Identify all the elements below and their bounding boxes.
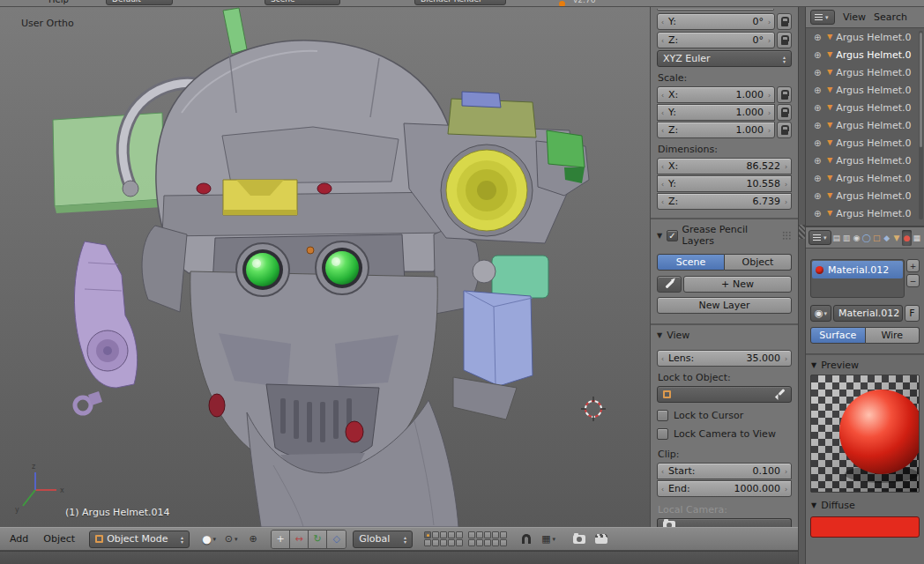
- outliner-item[interactable]: ⊕▲Argus Helmet.0: [806, 134, 924, 152]
- outliner-item[interactable]: ⊕▲Argus Helmet.0: [806, 81, 924, 99]
- viewport-shading-dropdown[interactable]: ● ▾: [199, 531, 219, 548]
- material-slot-list[interactable]: Material.012: [810, 259, 905, 298]
- outliner-search-menu[interactable]: Search: [874, 11, 907, 23]
- layer-button[interactable]: [448, 539, 455, 546]
- outliner-view-menu[interactable]: View: [843, 11, 866, 23]
- rotate-manipulator-button[interactable]: ↻: [309, 531, 327, 548]
- outliner-item[interactable]: ⊕▲Argus Helmet.0: [806, 187, 924, 204]
- tab-world[interactable]: ◯: [862, 230, 871, 246]
- snap-element-dropdown[interactable]: ▦ ▾: [539, 531, 558, 548]
- mode-dropdown[interactable]: Object Mode ▴▾: [89, 531, 190, 548]
- clip-end-field[interactable]: ‹ End: 1000.000 ›: [657, 480, 792, 497]
- scale-manipulator-button[interactable]: ◇: [327, 531, 346, 548]
- lock-to-cursor-checkbox[interactable]: [657, 410, 668, 421]
- rotation-y-lock-button[interactable]: [777, 13, 792, 30]
- material-type-surface[interactable]: Surface: [810, 327, 866, 344]
- outliner-item[interactable]: ⊕▲Argus Helmet.0: [806, 204, 924, 222]
- eyedropper-icon[interactable]: [776, 390, 786, 399]
- layer-button[interactable]: [432, 531, 439, 538]
- layer-button[interactable]: [468, 539, 475, 546]
- decrement-icon[interactable]: ‹: [659, 36, 666, 45]
- decrement-icon[interactable]: ‹: [659, 126, 666, 135]
- collapse-icon[interactable]: ▼: [811, 361, 816, 369]
- decrement-icon[interactable]: ‹: [659, 91, 666, 100]
- scale-y-lock-button[interactable]: [777, 104, 792, 121]
- collapse-icon[interactable]: ▼: [657, 232, 662, 240]
- pivot-align-toggle[interactable]: ⊕: [243, 531, 263, 548]
- tab-modifiers[interactable]: ◆: [882, 230, 890, 246]
- scale-x-field[interactable]: ‹ X: 1.000 ›: [657, 86, 775, 103]
- outliner-item[interactable]: ⊕▲Argus Helmet.0: [806, 28, 924, 46]
- layer-button[interactable]: [456, 531, 463, 538]
- decrement-icon[interactable]: ‹: [659, 485, 666, 494]
- add-menu[interactable]: Add: [4, 533, 34, 545]
- object-menu[interactable]: Object: [37, 533, 81, 545]
- layer-button[interactable]: [492, 539, 499, 546]
- layer-button[interactable]: [484, 531, 491, 538]
- decrement-icon[interactable]: ‹: [659, 180, 666, 189]
- rotation-y-field[interactable]: ‹ Y: 0° ›: [657, 13, 775, 30]
- layer-button[interactable]: [440, 531, 447, 538]
- increment-icon[interactable]: ›: [783, 162, 789, 171]
- layer-button[interactable]: [424, 539, 431, 546]
- decrement-icon[interactable]: ‹: [659, 197, 666, 206]
- layer-button[interactable]: [424, 531, 431, 538]
- layer-button[interactable]: [476, 531, 483, 538]
- increment-icon[interactable]: ›: [783, 467, 789, 476]
- clip-start-field[interactable]: ‹ Start: 0.100 ›: [657, 463, 792, 479]
- orientation-dropdown[interactable]: Global ▴▾: [353, 531, 413, 548]
- render-engine-dropdown[interactable]: Blender Render: [414, 0, 506, 5]
- tab-material[interactable]: ●: [902, 230, 911, 246]
- dimension-y-field[interactable]: ‹ Y: 10.558 ›: [657, 175, 792, 192]
- helmet-model[interactable]: [53, 8, 589, 527]
- layer-button[interactable]: [500, 539, 507, 546]
- material-name-field[interactable]: Material.012: [833, 305, 903, 322]
- diffuse-panel-header[interactable]: ▼ Diffuse: [811, 500, 920, 511]
- tab-texture[interactable]: ▦: [913, 230, 921, 246]
- outliner-item[interactable]: ⊕▲Argus Helmet.0: [806, 99, 924, 116]
- increment-icon[interactable]: ›: [783, 197, 789, 206]
- editor-type-dropdown[interactable]: ▾: [810, 10, 835, 25]
- scale-x-lock-button[interactable]: [777, 86, 792, 103]
- increment-icon[interactable]: ›: [783, 180, 789, 189]
- expand-icon[interactable]: ⊕: [814, 209, 823, 219]
- decrement-icon[interactable]: ‹: [659, 354, 666, 363]
- rotation-z-field[interactable]: ‹ Z: 0° ›: [657, 32, 775, 48]
- scale-z-lock-button[interactable]: [777, 122, 792, 138]
- lens-field[interactable]: ‹ Lens: 35.000 ›: [657, 350, 792, 367]
- local-camera-field[interactable]: [657, 518, 792, 527]
- region-splitter-grip[interactable]: [799, 225, 805, 239]
- increment-icon[interactable]: ›: [766, 108, 772, 117]
- expand-icon[interactable]: ⊕: [814, 121, 823, 130]
- lock-camera-checkbox[interactable]: [657, 428, 668, 440]
- decrement-icon[interactable]: ‹: [659, 162, 666, 171]
- scale-y-field[interactable]: ‹ Y: 1.000 ›: [657, 104, 775, 121]
- gp-draw-button[interactable]: [657, 276, 682, 293]
- layer-button[interactable]: [440, 539, 447, 546]
- tab-object-data[interactable]: ▼: [892, 230, 901, 246]
- editor-type-dropdown[interactable]: ▾: [808, 230, 831, 245]
- layer-button[interactable]: [484, 539, 491, 546]
- expand-icon[interactable]: ⊕: [814, 174, 823, 183]
- preview-panel-header[interactable]: ▼ Preview: [811, 360, 920, 371]
- expand-icon[interactable]: ⊕: [814, 138, 823, 148]
- fake-user-button[interactable]: F: [905, 305, 920, 322]
- decrement-icon[interactable]: ‹: [659, 18, 666, 26]
- lock-to-object-field[interactable]: [657, 386, 792, 403]
- outliner-item[interactable]: ⊕▲Argus Helmet.0: [806, 169, 924, 187]
- expand-icon[interactable]: ⊕: [814, 103, 823, 113]
- layer-button[interactable]: [432, 539, 439, 546]
- increment-icon[interactable]: ›: [766, 91, 772, 100]
- pivot-point-dropdown[interactable]: ⊙ ▾: [221, 531, 241, 548]
- snap-toggle-button[interactable]: [517, 531, 536, 548]
- gp-new-button[interactable]: + New: [683, 276, 792, 293]
- viewport-scene[interactable]: x z y: [0, 7, 650, 527]
- expand-icon[interactable]: ⊕: [814, 50, 823, 60]
- increment-icon[interactable]: ›: [766, 18, 772, 26]
- grease-pencil-checkbox[interactable]: ✓: [667, 230, 677, 241]
- panel-drag-handle[interactable]: [782, 231, 792, 241]
- gp-scene-tab[interactable]: Scene: [657, 254, 725, 271]
- tab-render-layers[interactable]: ▥: [842, 230, 851, 246]
- screen-layout-dropdown[interactable]: Default: [106, 0, 173, 5]
- layer-button[interactable]: [468, 531, 475, 538]
